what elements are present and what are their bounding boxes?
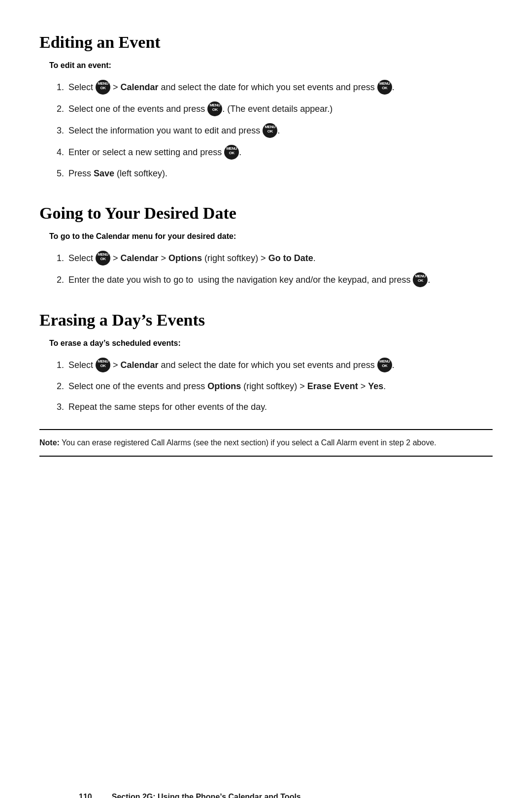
footer: 110 Section 2G: Using the Phone’s Calend… xyxy=(79,791,453,798)
step-text: > Calendar and select the date for which… xyxy=(110,82,377,92)
step-text: Enter or select a new setting and press xyxy=(68,147,224,157)
step-text: > Calendar and select the date for which… xyxy=(110,360,377,370)
menu-ok-icon: MENUOK xyxy=(96,251,110,266)
step-text: . (The event details appear.) xyxy=(222,104,332,114)
menu-ok-icon: MENUOK xyxy=(377,80,392,95)
step-text: . xyxy=(392,360,395,370)
note-text: You can erase registered Call Alarms (se… xyxy=(60,438,436,447)
list-item: Press Save (left softkey). xyxy=(66,167,493,181)
step-text: Press Save (left softkey). xyxy=(68,168,167,178)
menu-ok-icon: MENUOK xyxy=(207,101,222,116)
step-text: . xyxy=(239,147,241,157)
list-item: Select the information you want to edit … xyxy=(66,124,493,138)
section-title-editing: Editing an Event xyxy=(39,30,493,55)
step-text: Select the information you want to edit … xyxy=(68,126,263,135)
step-text: . xyxy=(392,82,395,92)
menu-ok-icon: MENUOK xyxy=(377,358,392,372)
step-text: > Calendar > Options (right softkey) > G… xyxy=(110,253,316,263)
subtitle-erasing: To erase a day’s scheduled events: xyxy=(49,337,493,349)
list-item: Select MENUOK > Calendar and select the … xyxy=(66,358,493,373)
section-title-erasing: Erasing a Day’s Events xyxy=(39,307,493,332)
section-title-going: Going to Your Desired Date xyxy=(39,200,493,226)
list-item: Select one of the events and press MENUO… xyxy=(66,102,493,117)
list-item: Enter or select a new setting and press … xyxy=(66,145,493,160)
step-text: Enter the date you wish to go to using t… xyxy=(68,275,413,285)
menu-ok-icon: MENUOK xyxy=(413,272,428,287)
steps-list-going: Select MENUOK > Calendar > Options (righ… xyxy=(66,251,493,288)
list-item: Select MENUOK > Calendar > Options (righ… xyxy=(66,251,493,266)
step-text: Select one of the events and press Optio… xyxy=(68,381,386,391)
list-item: Enter the date you wish to go to using t… xyxy=(66,273,493,288)
subtitle-editing: To edit an event: xyxy=(49,60,493,71)
step-text: Select xyxy=(68,82,96,92)
list-item: Select MENUOK > Calendar and select the … xyxy=(66,80,493,95)
step-text: Select xyxy=(68,360,96,370)
step-text: Select xyxy=(68,253,96,263)
step-text: Repeat the same steps for other events o… xyxy=(68,402,267,412)
note-box: Note: You can erase registered Call Alar… xyxy=(39,429,493,457)
menu-ok-icon: MENUOK xyxy=(96,358,110,372)
steps-list-erasing: Select MENUOK > Calendar and select the … xyxy=(66,358,493,414)
footer-section-text: Section 2G: Using the Phone’s Calendar a… xyxy=(112,791,301,798)
step-text: . xyxy=(277,126,280,135)
step-text: Select one of the events and press xyxy=(68,104,207,114)
menu-ok-icon: MENUOK xyxy=(263,123,277,138)
step-text: . xyxy=(428,275,430,285)
footer-page-number: 110 xyxy=(79,791,92,798)
note-label: Note: xyxy=(39,438,60,447)
menu-ok-icon: MENUOK xyxy=(96,80,110,95)
list-item: Select one of the events and press Optio… xyxy=(66,380,493,394)
subtitle-going: To go to the Calendar menu for your desi… xyxy=(49,231,493,242)
content-area: Editing an Event To edit an event: Selec… xyxy=(39,30,493,521)
steps-list-editing: Select MENUOK > Calendar and select the … xyxy=(66,80,493,181)
list-item: Repeat the same steps for other events o… xyxy=(66,400,493,414)
menu-ok-icon: MENUOK xyxy=(224,145,239,160)
page-wrapper: Editing an Event To edit an event: Selec… xyxy=(39,30,493,798)
